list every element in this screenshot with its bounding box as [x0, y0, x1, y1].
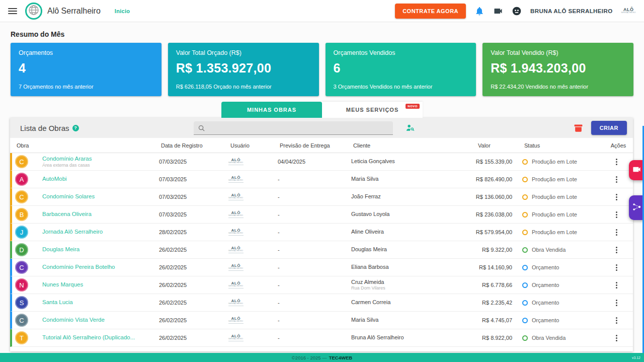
floating-workflow-button[interactable] — [629, 195, 644, 220]
obra-link[interactable]: Nunes Marques — [42, 281, 151, 288]
usuario-cell: ALÔSERRALHEIRO — [219, 264, 268, 271]
avatar: C — [15, 155, 28, 168]
obra-link[interactable]: Tutorial Alô Serralheiro (Duplicado... — [42, 334, 151, 341]
tab-minhas-obras[interactable]: MINHAS OBRAS — [221, 102, 322, 118]
card-footnote: 7 Orçamentos no mês anterior — [19, 84, 153, 90]
search-input[interactable] — [209, 124, 393, 131]
avatar: C — [15, 314, 28, 327]
avatar-cell: D — [12, 243, 42, 256]
status-label: Obra Vendida — [532, 247, 566, 253]
chatbot-assistant-icon[interactable] — [512, 6, 522, 16]
contrate-agora-button[interactable]: CONTRATE AGORA — [395, 4, 466, 19]
data-registro-cell: 26/02/2025 — [151, 282, 219, 288]
cliente-name: Maria Silva — [351, 176, 462, 182]
row-actions-kebab-icon[interactable] — [602, 315, 631, 326]
hamburger-menu-icon[interactable] — [8, 7, 17, 16]
obra-link[interactable]: Condomínio Solares — [42, 193, 151, 200]
row-actions-kebab-icon[interactable] — [602, 298, 631, 308]
table-header-row: ObraData de RegistroUsuárioPrevisão de E… — [10, 138, 633, 153]
status-circle-icon — [522, 318, 528, 323]
avatar-cell: J — [12, 226, 42, 239]
summary-card-3: Valor Total Vendido (R$)R$ 1.943.203,00R… — [482, 43, 633, 96]
tab-bar: MINHAS OBRASMEUS SERVIÇOSNOVO — [0, 102, 644, 118]
table-row: CCondomínio Vista Verde26/02/2025ALÔSERR… — [10, 312, 633, 329]
row-actions-kebab-icon[interactable] — [602, 192, 631, 202]
criar-button[interactable]: CRIAR — [591, 121, 627, 135]
help-icon[interactable]: ? — [72, 125, 79, 131]
usuario-logo-sub: SERRALHEIRO — [228, 321, 244, 323]
status-cell: Orçamento — [518, 264, 602, 270]
usuario-logo: ALÔSERRALHEIRO — [228, 317, 244, 324]
obra-link[interactable]: Barbacena Oliveira — [42, 211, 151, 218]
nav-item-inicio[interactable]: Inicio — [115, 8, 130, 14]
cliente-name: Bruna Alô Serralheiro — [351, 334, 462, 341]
row-actions-kebab-icon[interactable] — [602, 280, 631, 291]
status-cell: Produção em Lote — [518, 211, 602, 218]
data-registro-cell: 26/02/2025 — [151, 335, 219, 341]
video-tutorials-icon[interactable] — [493, 6, 503, 16]
avatar-cell: N — [12, 278, 42, 292]
obra-link[interactable]: Douglas Meira — [42, 246, 151, 253]
valor-cell: R$ 14.160,90 — [462, 264, 518, 270]
list-title: Lista de Obras — [20, 124, 69, 132]
row-actions-kebab-icon[interactable] — [602, 209, 631, 220]
obra-link[interactable]: Condomínio Pereira Botelho — [42, 264, 151, 271]
client-search-icon[interactable] — [406, 123, 415, 135]
row-actions-kebab-icon[interactable] — [602, 262, 631, 273]
card-label: Orçamentos Vendidos — [334, 49, 468, 56]
valor-cell: R$ 155.339,00 — [462, 159, 518, 165]
usuario-logo-sub: SERRALHEIRO — [228, 233, 244, 235]
status-label: Orçamento — [532, 317, 559, 323]
status-circle-icon — [522, 282, 528, 288]
table-row: CCondomínio ArarasÁrea externa das casas… — [10, 153, 633, 171]
avatar: C — [15, 190, 28, 203]
user-avatar-logo[interactable]: ALÔ SERRALHEIRO — [621, 8, 636, 14]
obra-link[interactable]: AutoMobi — [42, 176, 151, 183]
acoes-cell — [602, 333, 631, 343]
usuario-logo: ALÔSERRALHEIRO — [228, 299, 244, 306]
archive-icon[interactable] — [574, 123, 583, 133]
cliente-name: Eliana Barbosa — [351, 264, 462, 270]
previsao-cell: - — [268, 247, 341, 253]
tab-meus-serviços[interactable]: MEUS SERVIÇOSNOVO — [322, 102, 423, 118]
summary-card-0: Orçamentos47 Orçamentos no mês anterior — [11, 43, 162, 96]
obra-link[interactable]: Condomínio Vista Verde — [42, 317, 151, 324]
table-toolbar: Lista de Obras ? CRIAR — [10, 118, 633, 138]
valor-cell: R$ 579.954,00 — [462, 229, 518, 235]
status-circle-icon — [522, 335, 528, 341]
cliente-name: João Ferraz — [351, 193, 462, 200]
acoes-cell — [602, 280, 631, 291]
obra-link[interactable]: Santa Lucia — [42, 299, 151, 306]
table-row: CCondomínio Pereira Botelho26/02/2025ALÔ… — [10, 259, 633, 276]
avatar: N — [15, 278, 28, 292]
cliente-name: Maria Silva — [351, 317, 462, 323]
data-registro-cell: 26/02/2025 — [151, 317, 219, 323]
obra-link[interactable]: Condomínio Araras — [42, 156, 151, 163]
cliente-cell: Aline Oliveira — [341, 229, 462, 235]
row-actions-kebab-icon[interactable] — [602, 174, 631, 185]
status-circle-icon — [522, 247, 528, 253]
usuario-logo: ALÔSERRALHEIRO — [228, 211, 244, 218]
avatar: D — [15, 243, 28, 256]
obra-cell: Douglas Meira — [42, 246, 151, 253]
status-label: Produção em Lote — [532, 211, 577, 218]
card-footnote: R$ 22.434,20 Vendidos no mês anterior — [491, 84, 625, 90]
floating-video-button[interactable] — [629, 160, 644, 180]
usuario-cell: ALÔSERRALHEIRO — [219, 176, 268, 183]
obra-link[interactable]: Jornada Alô Serralheiro — [42, 229, 151, 236]
notifications-bell-icon[interactable] — [474, 6, 485, 16]
usuario-logo: ALÔSERRALHEIRO — [228, 193, 244, 200]
usuario-cell: ALÔSERRALHEIRO — [219, 158, 268, 165]
app-logo[interactable] — [25, 3, 42, 20]
row-actions-kebab-icon[interactable] — [602, 157, 631, 167]
avatar: S — [15, 296, 28, 309]
user-name[interactable]: BRUNA ALÔ SERRALHEIRO — [530, 8, 612, 14]
row-actions-kebab-icon[interactable] — [602, 245, 631, 255]
table-row: DDouglas Meira26/02/2025ALÔSERRALHEIRO-D… — [10, 241, 633, 259]
row-actions-kebab-icon[interactable] — [602, 333, 631, 343]
row-actions-kebab-icon[interactable] — [602, 227, 631, 238]
acoes-cell — [602, 227, 631, 238]
card-value: 4 — [19, 61, 153, 76]
cliente-name: Leticia Gonçalves — [351, 158, 462, 165]
avatar-cell: S — [12, 296, 42, 309]
